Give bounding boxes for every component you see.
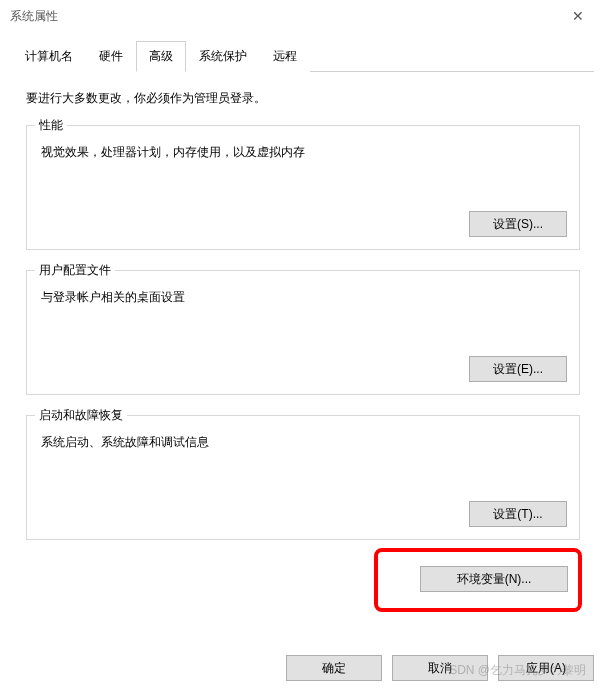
cancel-button[interactable]: 取消 <box>392 655 488 681</box>
performance-settings-button[interactable]: 设置(S)... <box>469 211 567 237</box>
environment-variables-button[interactable]: 环境变量(N)... <box>420 566 568 592</box>
env-var-row: 环境变量(N)... <box>26 560 580 606</box>
group-performance-desc: 视觉效果，处理器计划，内存使用，以及虚拟内存 <box>41 144 567 161</box>
window-title: 系统属性 <box>10 8 58 25</box>
titlebar: 系统属性 ✕ <box>0 0 606 32</box>
tab-computername[interactable]: 计算机名 <box>12 41 86 72</box>
dialog-content: 计算机名 硬件 高级 系统保护 远程 要进行大多数更改，你必须作为管理员登录。 … <box>0 32 606 616</box>
group-userprofiles-desc: 与登录帐户相关的桌面设置 <box>41 289 567 306</box>
userprofiles-settings-button[interactable]: 设置(E)... <box>469 356 567 382</box>
tab-remote[interactable]: 远程 <box>260 41 310 72</box>
tab-systemprotection[interactable]: 系统保护 <box>186 41 260 72</box>
startuprecovery-settings-button[interactable]: 设置(T)... <box>469 501 567 527</box>
group-startuprecovery-title: 启动和故障恢复 <box>35 407 127 424</box>
close-icon[interactable]: ✕ <box>562 4 594 28</box>
group-userprofiles: 用户配置文件 与登录帐户相关的桌面设置 设置(E)... <box>26 270 580 395</box>
intro-text: 要进行大多数更改，你必须作为管理员登录。 <box>26 90 580 107</box>
group-startuprecovery: 启动和故障恢复 系统启动、系统故障和调试信息 设置(T)... <box>26 415 580 540</box>
apply-button[interactable]: 应用(A) <box>498 655 594 681</box>
group-userprofiles-btn-row: 设置(E)... <box>39 356 567 382</box>
dialog-buttons: 确定 取消 应用(A) <box>286 655 594 681</box>
tabs-bar: 计算机名 硬件 高级 系统保护 远程 <box>12 40 594 72</box>
tab-hardware[interactable]: 硬件 <box>86 41 136 72</box>
tab-advanced[interactable]: 高级 <box>136 41 186 72</box>
group-userprofiles-title: 用户配置文件 <box>35 262 115 279</box>
tab-content-advanced: 要进行大多数更改，你必须作为管理员登录。 性能 视觉效果，处理器计划，内存使用，… <box>12 72 594 616</box>
ok-button[interactable]: 确定 <box>286 655 382 681</box>
group-startuprecovery-btn-row: 设置(T)... <box>39 501 567 527</box>
group-startuprecovery-desc: 系统启动、系统故障和调试信息 <box>41 434 567 451</box>
group-performance: 性能 视觉效果，处理器计划，内存使用，以及虚拟内存 设置(S)... <box>26 125 580 250</box>
group-performance-btn-row: 设置(S)... <box>39 211 567 237</box>
group-performance-title: 性能 <box>35 117 67 134</box>
